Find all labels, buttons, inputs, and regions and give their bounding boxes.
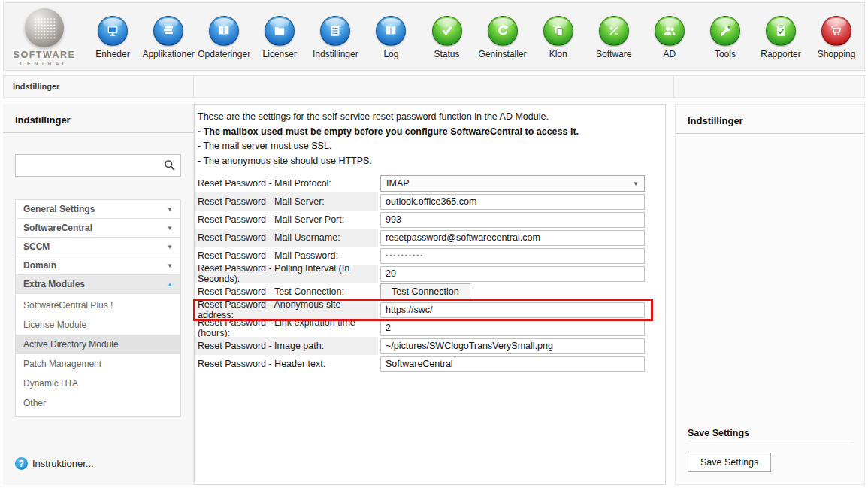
toolbar-item-indstillinger[interactable]: Indstillinger bbox=[307, 3, 363, 70]
link-expiration-input[interactable] bbox=[380, 320, 645, 336]
app-window: SOFTWARE CENTRAL Enheder Applikationer bbox=[0, 0, 868, 488]
toolbar-items: Enheder Applikationer Opdateringer Licen… bbox=[85, 3, 864, 70]
field-label: Reset Password - Link expiration time (h… bbox=[195, 319, 378, 337]
settings-sidebar: Indstillinger General Settings ▼ Softwar… bbox=[3, 104, 194, 485]
field-label: Reset Password - Mail Protocol: bbox=[195, 174, 378, 192]
nav-item-label: Active Directory Module bbox=[23, 339, 119, 350]
toolbar-item-label: Rapporter bbox=[761, 49, 800, 59]
header-text-input[interactable] bbox=[380, 356, 645, 372]
image-path-input[interactable] bbox=[380, 338, 645, 354]
toolbar-item-label: Applikationer bbox=[142, 49, 194, 59]
chevron-down-icon: ▼ bbox=[167, 244, 173, 250]
nav-item-label: Other bbox=[23, 398, 46, 408]
nav-item-label: License Module bbox=[23, 320, 86, 330]
toolbar-item-rapporter[interactable]: Rapporter bbox=[753, 3, 809, 70]
polling-interval-input[interactable] bbox=[380, 266, 645, 282]
wrench-icon bbox=[710, 16, 740, 46]
toolbar-item-label: Tools bbox=[715, 49, 736, 59]
toolbar-item-tools[interactable]: Tools bbox=[697, 3, 753, 70]
chevron-down-icon: ▼ bbox=[167, 206, 173, 213]
mail-server-port-input[interactable] bbox=[380, 212, 645, 228]
search-input[interactable] bbox=[15, 154, 181, 177]
folder-icon bbox=[265, 16, 295, 46]
toolbar-item-licenser[interactable]: Licenser bbox=[252, 3, 307, 70]
chevron-up-icon: ▲ bbox=[167, 281, 173, 288]
toolbar-item-opdateringer[interactable]: Opdateringer bbox=[196, 3, 252, 70]
save-settings-heading: Save Settings bbox=[688, 428, 852, 444]
chevron-down-icon: ▼ bbox=[167, 225, 173, 232]
toolbar-item-shopping[interactable]: Shopping bbox=[809, 3, 864, 70]
toolbar-item-log[interactable]: Log bbox=[363, 3, 419, 70]
breadcrumb-bar: Indstillinger bbox=[3, 75, 865, 98]
save-settings-area: Save Settings Save Settings bbox=[688, 428, 852, 472]
toolbar-item-label: Geninstaller bbox=[479, 49, 527, 59]
users-icon bbox=[655, 16, 685, 46]
form-row-mail-server: Reset Password - Mail Server: bbox=[195, 192, 665, 211]
field-label: Reset Password - Mail Server: bbox=[195, 192, 378, 211]
toolbar-item-klon[interactable]: Klon bbox=[531, 3, 586, 70]
toolbar-item-status[interactable]: Status bbox=[419, 3, 474, 70]
nav-item-softwarecentral-plus[interactable]: SoftwareCentral Plus ! bbox=[16, 296, 180, 315]
mail-protocol-select[interactable]: IMAP ▼ bbox=[380, 175, 645, 192]
instructions-link[interactable]: ? Instruktioner... bbox=[15, 457, 94, 470]
nav-section-extra-modules[interactable]: Extra Modules ▲ bbox=[16, 275, 180, 294]
settings-list-icon bbox=[320, 16, 350, 46]
logo-text-software: SOFTWARE bbox=[14, 50, 76, 60]
field-label: Reset Password - Mail Server Port: bbox=[195, 211, 378, 229]
clone-pages-icon bbox=[543, 16, 573, 46]
settings-form-panel: These are the settings for the self-serv… bbox=[194, 104, 666, 485]
breadcrumb-right-section bbox=[674, 76, 864, 97]
toolbar-item-applikationer[interactable]: Applikationer bbox=[141, 3, 196, 70]
nav-item-active-directory-module[interactable]: Active Directory Module bbox=[16, 335, 180, 354]
report-icon bbox=[766, 16, 796, 46]
monitor-icon bbox=[98, 16, 128, 46]
toolbar-item-label: Log bbox=[383, 49, 398, 59]
nav-section-domain[interactable]: Domain ▼ bbox=[16, 256, 180, 275]
toolbar-item-label: Status bbox=[434, 49, 459, 59]
nav-item-patch-management[interactable]: Patch Management bbox=[16, 354, 180, 374]
rightbar-title: Indstillinger bbox=[676, 105, 864, 134]
nav-section-sccm[interactable]: SCCM ▼ bbox=[16, 238, 180, 256]
save-settings-button[interactable]: Save Settings bbox=[688, 453, 771, 472]
chevron-down-icon: ▼ bbox=[633, 180, 639, 187]
nav-section-label: Domain bbox=[23, 260, 56, 271]
intro-line: These are the settings for the self-serv… bbox=[198, 110, 658, 125]
mail-server-input[interactable] bbox=[380, 194, 645, 210]
form-row-anonymous-site-address: Reset Password - Anonymous site address: bbox=[195, 301, 665, 319]
toolbar-item-label: Klon bbox=[549, 49, 567, 59]
checkmark-icon bbox=[432, 16, 462, 46]
mail-username-input[interactable] bbox=[380, 230, 645, 246]
field-label: Reset Password - Mail Password: bbox=[195, 247, 378, 265]
form-row-mail-password: Reset Password - Mail Password: ••••••••… bbox=[195, 247, 665, 265]
intro-line-bold: - The mailbox used must be empty before … bbox=[198, 125, 658, 140]
nav-item-dynamic-hta[interactable]: Dynamic HTA bbox=[16, 374, 180, 393]
book-stack-icon bbox=[153, 16, 183, 46]
form-row-header-text: Reset Password - Header text: bbox=[195, 355, 665, 373]
nav-item-other[interactable]: Other bbox=[16, 393, 180, 413]
nav-section-softwarecentral[interactable]: SoftwareCentral ▼ bbox=[16, 219, 180, 238]
nav-section-general-settings[interactable]: General Settings ▼ bbox=[16, 200, 180, 219]
nav-item-label: Dynamic HTA bbox=[23, 378, 78, 389]
form-row-mail-server-port: Reset Password - Mail Server Port: bbox=[195, 211, 665, 229]
toolbar-item-label: Software bbox=[596, 49, 631, 59]
anonymous-site-address-input[interactable] bbox=[380, 302, 645, 318]
toolbar-item-enheder[interactable]: Enheder bbox=[85, 3, 141, 70]
form-row-polling-interval: Reset Password - Polling Interval (In Se… bbox=[195, 265, 665, 283]
refresh-icon bbox=[488, 16, 518, 46]
toolbar-item-ad[interactable]: AD bbox=[642, 3, 697, 70]
breadcrumb-middle-section bbox=[194, 76, 674, 97]
plus-minus-icon bbox=[599, 16, 629, 46]
toolbar-item-label: Licenser bbox=[263, 49, 297, 59]
chevron-down-icon: ▼ bbox=[167, 262, 173, 269]
mail-password-input[interactable]: •••••••••• bbox=[380, 248, 645, 264]
toolbar-item-label: Indstillinger bbox=[313, 49, 358, 59]
save-sidebar: Indstillinger Save Settings Save Setting… bbox=[675, 104, 865, 485]
toolbar-item-geninstaller[interactable]: Geninstaller bbox=[475, 3, 531, 70]
open-book-icon bbox=[209, 16, 239, 46]
selected-protocol-value: IMAP bbox=[386, 178, 410, 189]
form-row-link-expiration: Reset Password - Link expiration time (h… bbox=[195, 319, 665, 337]
toolbar-item-software[interactable]: Software bbox=[586, 3, 642, 70]
nav-item-license-module[interactable]: License Module bbox=[16, 315, 180, 335]
test-connection-button[interactable]: Test Connection bbox=[380, 283, 470, 301]
intro-line: - The mail server must use SSL. bbox=[198, 139, 658, 154]
